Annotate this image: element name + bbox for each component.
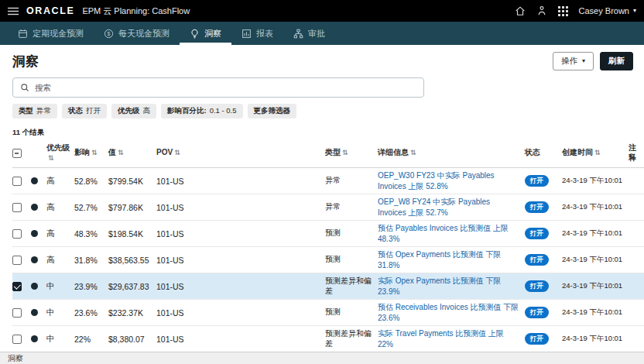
insights-page: 洞察 操作 ▾ 刷新 类型异常 状态打开 优先级高 影响百分比:0.1 - 0.… (0, 45, 644, 352)
status-badge: 打开 (525, 201, 549, 212)
actions-button-label: 操作 (561, 56, 577, 67)
more-filters-chip[interactable]: 更多筛选器 (248, 104, 297, 118)
lightbulb-icon (190, 29, 200, 39)
impact-cell: 23.9% (74, 273, 108, 300)
notes-cell (629, 247, 644, 273)
column-header[interactable]: 优先级⇅ (46, 139, 74, 168)
column-header[interactable]: 类型⇅ (325, 139, 378, 168)
insight-details-link[interactable]: 预估 Payables Invoices 比预测值 上限 48.3% (378, 224, 509, 243)
table-row[interactable]: 高52.7%$797.86K101-US异常OEP_W8 FY24 中实际 Pa… (12, 194, 644, 221)
table-row[interactable]: 高52.8%$799.54K101-US异常OEP_W30 FY23 中实际 P… (12, 168, 644, 194)
table-body: 高52.8%$799.54K101-US异常OEP_W30 FY23 中实际 P… (12, 168, 644, 352)
column-header[interactable]: 详细信息⇅ (378, 139, 525, 168)
tab-periodic-cash-forecast[interactable]: 定期现金预测 (8, 22, 94, 45)
notes-cell (629, 194, 644, 221)
filter-chip-impact[interactable]: 影响百分比:0.1 - 0.5 (161, 104, 243, 118)
insights-table: 优先级⇅影响⇅值⇅POV⇅类型⇅详细信息⇅状态创建时间⇅注释 高52.8%$79… (12, 139, 644, 352)
app-window: ORACLE EPM 云 Planning: CashFlow Casey Br… (0, 0, 644, 364)
insight-details-link[interactable]: OEP_W30 FY23 中实际 Payables Invoices 上限 52… (378, 171, 495, 191)
user-menu[interactable]: Casey Brown ▾ (579, 6, 636, 15)
column-header[interactable]: 值⇅ (108, 139, 156, 168)
notes-cell (629, 221, 644, 247)
pov-cell: 101-US (156, 326, 325, 352)
notes-cell (629, 168, 644, 194)
top-bar: ORACLE EPM 云 Planning: CashFlow Casey Br… (0, 0, 644, 22)
created-cell: 24-3-19 下午10:01 (562, 247, 629, 273)
table-row[interactable]: 中23.9%$29,637.83101-US预测差异和偏差实际 Opex Pay… (12, 273, 644, 300)
impact-cell: 31.8% (74, 247, 108, 273)
status-bar: 洞察 (0, 352, 644, 364)
insight-details-link[interactable]: 实际 Travel Payments 比预测值 上限 22% (378, 329, 504, 349)
status-badge: 打开 (525, 280, 549, 291)
filter-chip-priority[interactable]: 优先级高 (111, 104, 156, 118)
sort-icon[interactable]: ⇅ (118, 149, 124, 156)
tab-reports[interactable]: 报表 (231, 22, 283, 45)
row-checkbox[interactable] (12, 203, 22, 212)
column-header[interactable]: POV⇅ (156, 139, 325, 168)
footer-tab-insights[interactable]: 洞察 (8, 353, 23, 364)
calendar-icon (18, 29, 28, 39)
value-cell: $799.54K (108, 168, 156, 194)
impact-cell: 52.8% (74, 168, 108, 194)
priority-cell: 高 (46, 168, 74, 194)
filter-chip-type[interactable]: 类型异常 (12, 104, 57, 118)
tab-insights[interactable]: 洞察 (180, 22, 231, 45)
row-checkbox[interactable] (12, 335, 22, 344)
tab-label: 审批 (308, 28, 325, 39)
pov-cell: 101-US (156, 221, 325, 247)
table-row[interactable]: 高31.8%$38,563.55101-US预测预估 Opex Payments… (12, 247, 644, 273)
filter-chip-status[interactable]: 状态打开 (62, 104, 107, 118)
sort-icon[interactable]: ⇅ (410, 149, 416, 156)
pov-cell: 101-US (156, 273, 325, 300)
table-row[interactable]: 中23.6%$232.37K101-US预测预估 Receivables Inv… (12, 300, 644, 326)
sort-icon[interactable]: ⇅ (342, 149, 348, 156)
value-cell: $232.37K (108, 300, 156, 326)
notes-cell (629, 300, 644, 326)
select-all-checkbox[interactable] (12, 149, 22, 158)
home-icon[interactable] (515, 5, 526, 16)
actions-button[interactable]: 操作 ▾ (553, 52, 594, 70)
priority-cell: 中 (46, 273, 74, 300)
row-checkbox[interactable] (12, 282, 22, 291)
status-badge: 打开 (525, 307, 549, 318)
row-checkbox[interactable] (12, 256, 22, 265)
grid-icon[interactable] (558, 6, 568, 16)
refresh-button[interactable]: 刷新 (600, 52, 633, 70)
insight-details-link[interactable]: 实际 Opex Payments 比预测值 下限 23.9% (378, 276, 501, 296)
priority-dot-icon (31, 230, 38, 237)
column-header[interactable]: 影响⇅ (74, 139, 108, 168)
tab-daily-cash-forecast[interactable]: $ 每天现金预测 (94, 22, 180, 45)
priority-dot-icon (31, 283, 38, 290)
insight-details-link[interactable]: OEP_W8 FY24 中实际 Payables Invoices 上限 52.… (378, 197, 490, 217)
priority-cell: 高 (46, 247, 74, 273)
sort-icon[interactable]: ⇅ (174, 149, 180, 156)
page-title: 洞察 (12, 53, 39, 70)
search-input[interactable] (35, 83, 416, 92)
pov-cell: 101-US (156, 194, 325, 221)
accessibility-icon[interactable] (536, 5, 547, 16)
user-name: Casey Brown (579, 6, 629, 15)
row-checkbox[interactable] (12, 177, 22, 186)
tab-approvals[interactable]: 审批 (283, 22, 335, 45)
type-cell: 预测 (325, 300, 378, 326)
type-cell: 异常 (325, 194, 378, 221)
filter-bar: 类型异常 状态打开 优先级高 影响百分比:0.1 - 0.5 更多筛选器 (12, 104, 644, 118)
table-row[interactable]: 中22%$8,380.07101-US预测差异和偏差实际 Travel Paym… (12, 326, 644, 352)
sort-icon[interactable]: ⇅ (48, 154, 54, 162)
chevron-down-icon: ▾ (633, 8, 636, 14)
impact-cell: 52.7% (74, 194, 108, 221)
insight-details-link[interactable]: 预估 Opex Payments 比预测值 下限 31.8% (378, 250, 501, 270)
status-badge: 打开 (525, 333, 549, 344)
hamburger-menu-icon[interactable] (8, 7, 19, 15)
row-checkbox[interactable] (12, 308, 22, 318)
notes-cell (629, 326, 644, 352)
impact-cell: 48.3% (74, 221, 108, 247)
sort-icon[interactable]: ⇅ (91, 149, 98, 156)
column-header[interactable]: 创建时间⇅ (562, 139, 629, 168)
table-row[interactable]: 高48.3%$198.54K101-US预测预估 Payables Invoic… (12, 221, 644, 247)
sort-icon[interactable]: ⇅ (594, 149, 601, 156)
insight-details-link[interactable]: 预估 Receivables Invoices 比预测值 下限 23.6% (378, 303, 519, 322)
priority-dot-icon (31, 335, 38, 342)
search-icon (20, 83, 29, 92)
row-checkbox[interactable] (12, 229, 22, 239)
